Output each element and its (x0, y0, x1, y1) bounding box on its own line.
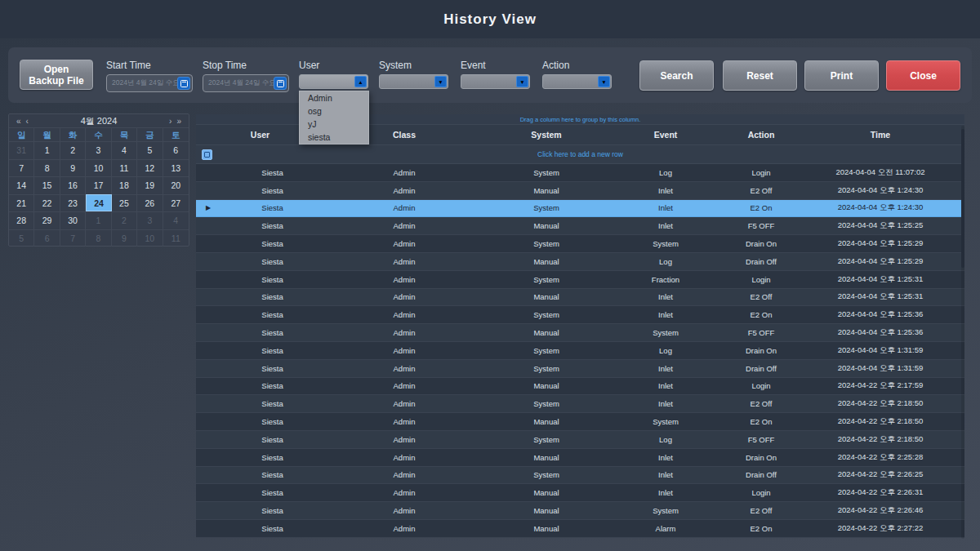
table-row[interactable]: SiestaAdminManualInletLogin2024-04-22 오후… (196, 378, 964, 396)
scrollbar-thumb[interactable] (961, 129, 964, 268)
table-row[interactable]: SiestaAdminSystemInletE2 On2024-04-04 오후… (196, 306, 964, 324)
calendar-day[interactable]: 9 (60, 159, 86, 177)
prev-year-icon[interactable]: « (14, 117, 24, 126)
calendar-day[interactable]: 23 (60, 194, 86, 212)
reset-button[interactable]: Reset (723, 60, 797, 91)
calendar-day[interactable]: 9 (112, 229, 137, 247)
event-filter-combobox[interactable]: ▼ (461, 74, 530, 89)
table-row[interactable]: SiestaAdminSystemLogLogin2024-04-04 오전 1… (196, 164, 964, 182)
column-header-system[interactable]: System (484, 130, 608, 140)
calendar-day[interactable]: 29 (34, 211, 60, 229)
calendar-day[interactable]: 6 (34, 229, 60, 247)
table-row[interactable]: SiestaAdminSystemInletDrain Off2024-04-2… (196, 467, 964, 485)
calendar-day[interactable]: 31 (9, 141, 34, 159)
calendar-day[interactable]: 11 (112, 159, 137, 177)
user-dropdown-list: AdminosgyJsiesta (299, 91, 369, 144)
user-dropdown-option[interactable]: Admin (300, 91, 368, 104)
prev-month-icon[interactable]: ‹ (24, 117, 31, 126)
next-year-icon[interactable]: » (174, 117, 184, 126)
calendar-day[interactable]: 30 (60, 211, 86, 229)
calendar-day[interactable]: 5 (9, 229, 34, 247)
calendar-day[interactable]: 7 (9, 159, 34, 177)
calendar-day[interactable]: 3 (137, 211, 163, 229)
table-row[interactable]: SiestaAdminManualInletE2 Off2024-04-04 오… (196, 182, 964, 200)
system-filter-combobox[interactable]: ▼ (379, 74, 448, 89)
open-backup-line1: Open (44, 64, 69, 75)
next-month-icon[interactable]: › (167, 117, 174, 126)
table-row[interactable]: SiestaAdminManualInletLogin2024-04-22 오후… (196, 484, 964, 502)
chevron-down-icon[interactable]: ▼ (516, 76, 528, 87)
calendar-day[interactable]: 1 (86, 211, 111, 229)
chevron-up-icon[interactable]: ▲ (354, 76, 367, 87)
user-dropdown-option[interactable]: yJ (300, 118, 368, 131)
cell: System (484, 470, 608, 479)
calendar-day[interactable]: 14 (9, 176, 34, 194)
print-button[interactable]: Print (804, 60, 879, 91)
table-row[interactable]: SiestaAdminManualLogDrain Off2024-04-04 … (196, 253, 964, 271)
calendar-day[interactable]: 8 (34, 159, 60, 177)
calendar-day[interactable]: 21 (9, 194, 34, 212)
table-row[interactable]: SiestaAdminManualSystemF5 OFF2024-04-04 … (196, 324, 964, 342)
calendar-day[interactable]: 4 (163, 211, 189, 229)
cell: Admin (324, 417, 484, 426)
table-row[interactable]: SiestaAdminManualAlarmE2 On2024-04-22 오후… (196, 520, 964, 538)
chevron-down-icon[interactable]: ▼ (434, 76, 447, 87)
table-row[interactable]: SiestaAdminSystemFractionLogin2024-04-04… (196, 271, 964, 289)
vertical-scrollbar[interactable] (961, 126, 964, 539)
calendar-day[interactable]: 13 (163, 159, 189, 177)
chevron-down-icon[interactable]: ▼ (598, 76, 610, 87)
calendar-day[interactable]: 17 (86, 176, 111, 194)
search-button[interactable]: Search (639, 60, 714, 91)
open-backup-file-button[interactable]: Open Backup File (20, 60, 93, 90)
column-header-time[interactable]: Time (800, 130, 961, 140)
start-time-input[interactable]: 2024년 4월 24일 수요일 (106, 74, 193, 92)
calendar-day[interactable]: 6 (163, 141, 189, 159)
calendar-day[interactable]: 2 (60, 141, 86, 159)
user-filter-combobox[interactable]: ▲ (299, 74, 368, 89)
calendar-day[interactable]: 10 (86, 159, 111, 177)
calendar-day-selected[interactable]: 24 (86, 194, 111, 212)
calendar-day[interactable]: 3 (86, 141, 111, 159)
table-row[interactable]: SiestaAdminSystemLogF5 OFF2024-04-22 오후 … (196, 431, 964, 449)
calendar-day[interactable]: 28 (9, 211, 34, 229)
add-new-row[interactable]: Click here to add a new row (196, 145, 964, 164)
table-row[interactable]: SiestaAdminManualSystemE2 On2024-04-22 오… (196, 413, 964, 431)
table-row[interactable]: SiestaAdminSystemSystemDrain On2024-04-0… (196, 235, 964, 253)
calendar-day[interactable]: 10 (137, 229, 163, 247)
calendar-day[interactable]: 22 (34, 194, 60, 212)
table-row[interactable]: SiestaAdminSystemLogDrain On2024-04-04 오… (196, 342, 964, 360)
calendar-day[interactable]: 5 (137, 141, 163, 159)
user-dropdown-option[interactable]: siesta (300, 131, 368, 144)
calendar-day[interactable]: 7 (60, 229, 86, 247)
calendar-day[interactable]: 1 (34, 141, 60, 159)
calendar-day[interactable]: 18 (112, 176, 137, 194)
column-header-action[interactable]: Action (723, 130, 800, 140)
calendar-day[interactable]: 20 (163, 176, 189, 194)
column-header-event[interactable]: Event (608, 130, 723, 140)
close-button[interactable]: Close (886, 60, 960, 91)
calendar-day[interactable]: 16 (60, 176, 86, 194)
calendar-day[interactable]: 19 (137, 176, 163, 194)
table-row[interactable]: SiestaAdminManualSystemE2 Off2024-04-22 … (196, 502, 964, 520)
calendar-day[interactable]: 11 (163, 229, 189, 247)
table-row-selected[interactable]: ▶SiestaAdminSystemInletE2 On2024-04-04 오… (196, 200, 964, 218)
stop-time-input[interactable]: 2024년 4월 24일 수요일 (203, 74, 289, 92)
user-dropdown-option[interactable]: osg (300, 104, 368, 118)
table-row[interactable]: SiestaAdminSystemInletDrain Off2024-04-0… (196, 360, 964, 378)
calendar-day[interactable]: 4 (112, 141, 137, 159)
calendar-day[interactable]: 12 (137, 159, 163, 177)
calendar-day[interactable]: 26 (137, 194, 163, 212)
table-row[interactable]: SiestaAdminManualInletF5 OFF2024-04-04 오… (196, 217, 964, 235)
table-row[interactable]: SiestaAdminSystemInletE2 Off2024-04-22 오… (196, 395, 964, 413)
calendar-day[interactable]: 15 (34, 176, 60, 194)
table-row[interactable]: SiestaAdminManualInletDrain On2024-04-22… (196, 449, 964, 467)
calendar-day[interactable]: 2 (112, 211, 137, 229)
start-time-calendar-button[interactable] (177, 77, 190, 90)
action-filter-combobox[interactable]: ▼ (542, 74, 612, 89)
cell: 2024-04-04 오후 1:31:59 (800, 363, 961, 374)
table-row[interactable]: SiestaAdminManualInletE2 Off2024-04-04 오… (196, 289, 964, 307)
stop-time-calendar-button[interactable] (274, 77, 287, 90)
calendar-day[interactable]: 8 (86, 229, 111, 247)
calendar-day[interactable]: 27 (163, 194, 189, 212)
calendar-day[interactable]: 25 (112, 194, 137, 212)
